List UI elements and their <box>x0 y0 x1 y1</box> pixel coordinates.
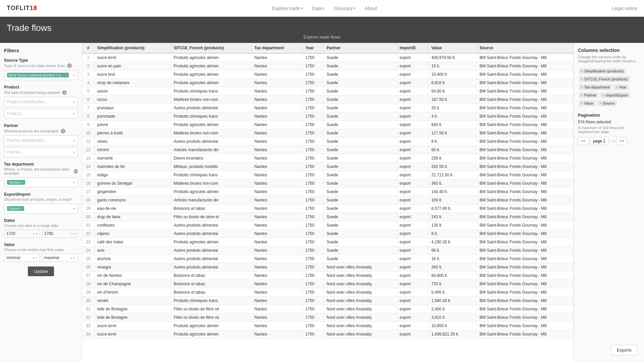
cell-year: 1750 <box>303 171 324 179</box>
source-type-select[interactable]: Best Guess national product x p... × ▾ <box>4 70 78 80</box>
export-import-clear-icon[interactable]: × <box>20 207 22 210</box>
col-ie[interactable]: Import/E <box>397 43 429 53</box>
column-tag-x-icon[interactable]: × <box>581 69 583 73</box>
exports-button[interactable]: Exports <box>611 345 637 355</box>
pagination-arrow-icon[interactable]: ▾ <box>613 139 615 143</box>
column-tag-x-icon[interactable]: × <box>581 85 583 89</box>
cell-source: BM Saint-Brieuc Fonds Gournay - M8 <box>477 62 573 70</box>
col-year[interactable]: Year <box>303 43 324 53</box>
partner-info-icon[interactable]: i <box>61 129 65 133</box>
source-type-clear-icon[interactable]: × <box>65 73 67 77</box>
cell-source: BM Saint-Brieuc Fonds Gournay - M8 <box>477 246 573 255</box>
cell-year: 1750 <box>303 246 324 255</box>
date-to-clear-icon[interactable]: × ▾ <box>71 232 75 236</box>
col-simp[interactable]: Simplification (products) <box>94 43 171 53</box>
nav-logo[interactable]: TOFLIT18 <box>7 5 37 12</box>
column-tag[interactable]: ×Value <box>579 100 596 106</box>
cell-partner: Suede <box>324 70 397 79</box>
date-to-input[interactable]: 1780 × ▾ <box>42 230 78 238</box>
product-info-icon[interactable]: i <box>62 90 67 95</box>
cell-simp: olives <box>94 137 171 146</box>
cell-year: 1750 <box>303 263 324 272</box>
column-tag[interactable]: ×Simplification (products) <box>579 68 626 74</box>
col-partner[interactable]: Partner <box>324 43 397 53</box>
partner-classification-select[interactable]: Partner classification... ▾ <box>4 135 78 145</box>
tax-dept-clear-icon[interactable]: × <box>21 181 23 184</box>
nav-explore-trade[interactable]: Explore trade ▾ <box>272 6 303 11</box>
cell-tax: Nantes <box>252 213 303 221</box>
column-tag[interactable]: ×SITC18_French (products) <box>579 76 630 82</box>
cell-value: 60 lt. <box>428 146 477 154</box>
source-type-info-icon[interactable]: i <box>67 63 72 68</box>
value-max-spinner[interactable]: ▲▼ <box>70 256 75 259</box>
value-min-spinner[interactable]: ▲▼ <box>32 256 38 259</box>
partner-arrow-icon: ▾ <box>73 150 75 154</box>
cell-tax: Nantes <box>252 280 303 288</box>
column-tag-x-icon[interactable]: × <box>581 94 583 97</box>
pagination-prev-button[interactable]: << <box>578 137 589 145</box>
cell-simp: gants communs <box>94 196 171 204</box>
cell-year: 1750 <box>303 230 324 238</box>
column-tag-x-icon[interactable]: × <box>616 85 618 89</box>
cell-value: 127.50 lt. <box>428 129 477 137</box>
cell-ie: export <box>397 305 429 313</box>
column-tag[interactable]: ×Source <box>597 100 617 106</box>
cell-tax: Nantes <box>252 104 303 112</box>
col-tax[interactable]: Tax department <box>252 43 303 53</box>
filter-value: Value Choose a min and/or max flow value… <box>4 242 78 262</box>
cell-source: BM Saint-Brieuc Fonds Gournay - M8 <box>477 129 573 137</box>
partner-select[interactable]: Partner... ▾ <box>4 147 78 157</box>
cell-partner: Nord avec villes Anseatiq <box>324 280 397 288</box>
cell-partner: Suede <box>324 154 397 163</box>
column-tag-x-icon[interactable]: × <box>581 77 583 81</box>
cell-ie: export <box>397 104 429 112</box>
value-max-input[interactable]: maximal ▲▼ <box>42 254 78 262</box>
col-source[interactable]: Source <box>477 43 573 53</box>
date-from-input[interactable]: 1720 × ▾ <box>4 230 40 238</box>
value-min-input[interactable]: minimal ▲▼ <box>4 254 40 262</box>
cell-year: 1750 <box>303 146 324 154</box>
tax-dept-sublabel: Where, in France, the transactions were … <box>4 167 78 175</box>
cell-number: 12 <box>82 146 94 154</box>
column-tag-x-icon[interactable]: × <box>602 94 604 97</box>
nav-glossary[interactable]: Glossary ▾ <box>334 6 355 11</box>
update-button[interactable]: Update <box>28 266 54 276</box>
column-tag[interactable]: ×Import/Export <box>600 92 630 98</box>
cell-partner: Suede <box>324 87 397 96</box>
pagination-x-icon[interactable]: × <box>610 139 612 143</box>
cell-tax: Nantes <box>252 255 303 263</box>
column-tag[interactable]: ×Year <box>613 84 629 90</box>
cell-ie: export <box>397 330 429 339</box>
product-select[interactable]: Product... ▾ <box>4 109 78 119</box>
table-row: 21 confitures Autres produits alimentai … <box>82 221 574 230</box>
column-tag[interactable]: ×Tax department <box>579 84 612 90</box>
col-value[interactable]: Value <box>428 43 477 53</box>
nav-data[interactable]: Data ▾ <box>312 6 325 11</box>
cell-ie: export <box>397 246 429 255</box>
tax-dept-select[interactable]: Nantes × ▾ <box>4 177 78 187</box>
product-classification-select[interactable]: Product classification... ▾ <box>4 97 78 107</box>
column-tag-x-icon[interactable]: × <box>581 102 583 105</box>
export-import-sublabel: Should we look at import, export, or tot… <box>4 197 78 201</box>
source-type-arrow-icon: ▾ <box>73 73 75 77</box>
table-row: 25 anchois Autres produits alimentai Nan… <box>82 255 574 263</box>
cell-partner: Suede <box>324 146 397 154</box>
column-tag[interactable]: ×Partner <box>579 92 599 98</box>
cell-tax: Nantes <box>252 272 303 280</box>
cell-source: BM Saint-Brieuc Fonds Gournay - M8 <box>477 137 573 146</box>
export-import-arrow-icon: ▾ <box>73 207 75 210</box>
nav-about[interactable]: About <box>365 6 377 11</box>
col-sitc[interactable]: SITC18_French (products) <box>171 43 252 53</box>
cell-partner: Nord avec villes Anseatiq <box>324 297 397 305</box>
pagination-page-input[interactable] <box>590 137 608 145</box>
filter-partner: Partner Whence products are exchanged. i… <box>4 123 78 157</box>
export-import-select[interactable]: Export × ▾ <box>4 203 78 214</box>
cell-ie: export <box>397 171 429 179</box>
column-tag-x-icon[interactable]: × <box>599 102 601 105</box>
tax-dept-info-icon[interactable]: i <box>74 169 78 174</box>
pagination-next-button[interactable]: >> <box>616 137 627 145</box>
cell-year: 1750 <box>303 70 324 79</box>
nav-legal[interactable]: Legal notice <box>612 6 637 11</box>
date-from-clear-icon[interactable]: × ▾ <box>33 232 38 236</box>
page-subtitle: Explore trade flows <box>7 35 637 40</box>
